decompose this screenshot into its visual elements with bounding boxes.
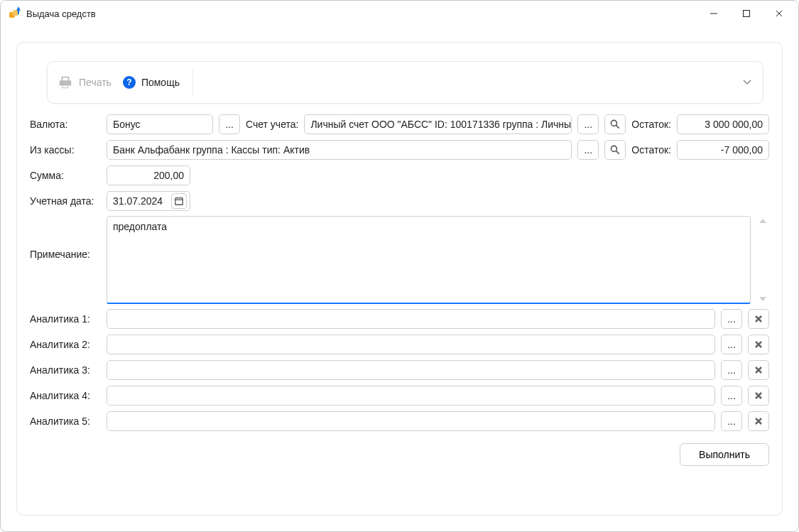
amount-value: 200,00: [153, 170, 184, 181]
label-analytics-1: Аналитика 1:: [30, 313, 101, 325]
toolbar: Печать ? Помощь: [47, 61, 763, 104]
label-analytics-2: Аналитика 2:: [30, 339, 101, 350]
row-note: Примечание:: [30, 216, 769, 304]
row-analytics-3: Аналитика 3: ...: [30, 359, 769, 381]
analytics-4-clear-button[interactable]: [748, 386, 769, 406]
search-icon: [609, 144, 621, 156]
close-icon: [755, 367, 762, 374]
ellipsis-icon: ...: [727, 339, 736, 350]
row-from-cash: Из кассы: Банк Альфабанк группа : Кассы …: [30, 139, 769, 161]
from-cash-picker-button[interactable]: ...: [577, 140, 599, 160]
analytics-1-clear-button[interactable]: [748, 309, 769, 329]
toolbar-expand-button[interactable]: [741, 76, 753, 89]
close-icon: [755, 315, 762, 322]
note-textarea[interactable]: [107, 216, 751, 304]
window-title: Выдача средств: [26, 9, 96, 19]
actions-row: Выполнить: [30, 443, 769, 466]
close-button[interactable]: [763, 2, 795, 25]
row-analytics-5: Аналитика 5: ...: [30, 411, 769, 432]
currency-value: Бонус: [113, 119, 141, 130]
svg-point-4: [612, 120, 617, 126]
analytics-3-field[interactable]: [107, 360, 715, 380]
label-analytics-3: Аналитика 3:: [30, 364, 101, 376]
label-analytics-5: Аналитика 5:: [30, 416, 101, 427]
window-frame: Выдача средств Печать ? Помощь: [0, 0, 799, 532]
account-value: Личный счет ООО "АБСС" ID: 100171336 гру…: [310, 119, 572, 130]
help-label: Помощь: [141, 77, 180, 88]
print-button[interactable]: Печать: [58, 75, 112, 90]
scroll-up-icon: [759, 219, 766, 223]
ellipsis-icon: ...: [584, 119, 592, 130]
account-balance-value: 3 000 000,00: [677, 114, 769, 134]
main-panel: Печать ? Помощь Валюта: Бонус: [16, 42, 783, 516]
close-icon: [755, 392, 762, 399]
row-acc-date: Учетная дата: 31.07.2024: [30, 190, 769, 212]
svg-point-6: [612, 146, 617, 151]
analytics-2-clear-button[interactable]: [748, 335, 769, 354]
row-currency: Валюта: Бонус ... Счет учета: Личный сче…: [30, 114, 769, 135]
row-analytics-4: Аналитика 4: ...: [30, 385, 769, 406]
analytics-2-field[interactable]: [107, 335, 715, 354]
label-note: Примечание:: [30, 216, 101, 304]
analytics-4-field[interactable]: [107, 386, 715, 406]
help-icon: ?: [123, 76, 136, 89]
label-from-cash: Из кассы:: [30, 144, 101, 156]
svg-line-7: [616, 151, 619, 154]
analytics-5-picker-button[interactable]: ...: [721, 411, 742, 431]
currency-picker-button[interactable]: ...: [219, 114, 240, 134]
svg-rect-1: [744, 11, 750, 17]
chevron-down-icon: [741, 76, 753, 87]
analytics-5-field[interactable]: [107, 411, 715, 431]
row-analytics-1: Аналитика 1: ...: [30, 308, 769, 330]
label-currency: Валюта:: [30, 119, 101, 130]
scroll-down-icon: [759, 297, 766, 301]
form: Валюта: Бонус ... Счет учета: Личный сче…: [30, 114, 769, 466]
svg-rect-8: [175, 198, 183, 205]
ellipsis-icon: ...: [225, 119, 234, 130]
analytics-1-picker-button[interactable]: ...: [721, 309, 742, 329]
row-amount: Сумма: 200,00: [30, 165, 769, 186]
calendar-icon: [174, 196, 184, 206]
analytics-2-picker-button[interactable]: ...: [721, 335, 742, 354]
from-cash-field[interactable]: Банк Альфабанк группа : Кассы тип: Актив: [107, 140, 572, 160]
label-cash-balance: Остаток:: [631, 144, 671, 156]
analytics-1-field[interactable]: [107, 309, 715, 329]
label-amount: Сумма:: [30, 170, 101, 181]
titlebar: Выдача средств: [1, 1, 798, 26]
ellipsis-icon: ...: [727, 390, 736, 401]
search-icon: [609, 119, 621, 130]
from-cash-search-button[interactable]: [604, 140, 626, 160]
calendar-button[interactable]: [171, 193, 187, 209]
acc-date-value: 31.07.2024: [113, 195, 168, 207]
amount-field[interactable]: 200,00: [107, 165, 190, 185]
close-icon: [755, 418, 762, 425]
account-picker-button[interactable]: ...: [577, 114, 599, 134]
close-icon: [755, 341, 762, 348]
account-search-button[interactable]: [604, 114, 626, 134]
execute-button[interactable]: Выполнить: [680, 443, 769, 466]
note-scrollbar[interactable]: [756, 216, 769, 304]
ellipsis-icon: ...: [584, 144, 592, 156]
maximize-button[interactable]: [730, 2, 763, 25]
print-icon: [58, 75, 73, 90]
toolbar-divider: [192, 70, 193, 95]
acc-date-field[interactable]: 31.07.2024: [107, 191, 190, 211]
svg-line-5: [616, 126, 619, 129]
account-field[interactable]: Личный счет ООО "АБСС" ID: 100171336 гру…: [304, 114, 572, 134]
minimize-button[interactable]: [697, 2, 730, 25]
cash-balance-value: -7 000,00: [677, 140, 769, 160]
from-cash-value: Банк Альфабанк группа : Кассы тип: Актив: [113, 144, 310, 156]
help-button[interactable]: ? Помощь: [123, 76, 180, 89]
label-acc-date: Учетная дата:: [30, 195, 101, 207]
analytics-3-clear-button[interactable]: [748, 360, 769, 380]
analytics-5-clear-button[interactable]: [748, 411, 769, 431]
ellipsis-icon: ...: [727, 313, 736, 325]
analytics-3-picker-button[interactable]: ...: [721, 360, 742, 380]
label-account: Счет учета:: [246, 119, 298, 130]
ellipsis-icon: ...: [727, 364, 736, 376]
print-label: Печать: [79, 77, 112, 88]
label-analytics-4: Аналитика 4:: [30, 390, 101, 401]
currency-field[interactable]: Бонус: [107, 114, 213, 134]
app-icon: [9, 8, 21, 19]
analytics-4-picker-button[interactable]: ...: [721, 386, 742, 406]
